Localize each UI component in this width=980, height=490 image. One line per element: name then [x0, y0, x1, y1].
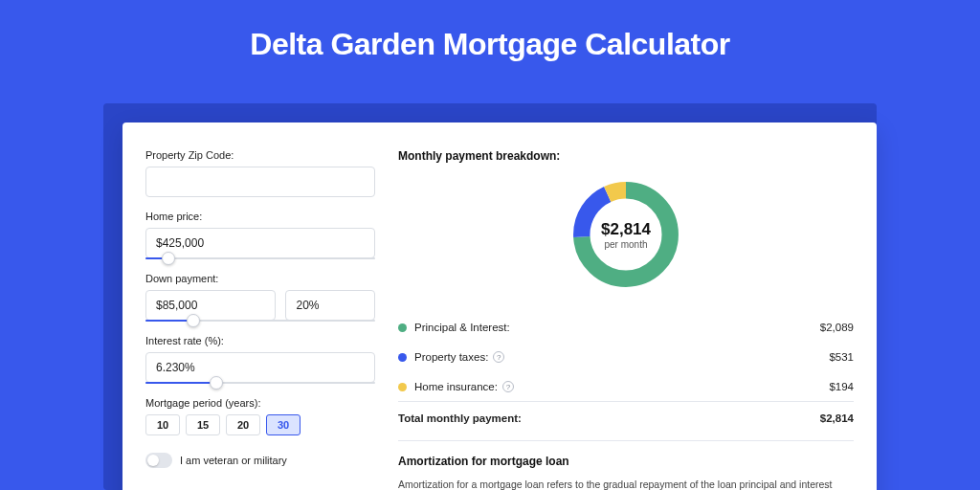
- down-payment-field: Down payment:: [145, 273, 375, 322]
- home-price-slider-thumb[interactable]: [162, 252, 175, 265]
- period-field: Mortgage period (years): 10152030: [145, 397, 375, 435]
- legend-total-label: Total monthly payment:: [398, 412, 820, 424]
- veteran-toggle[interactable]: [145, 453, 172, 468]
- legend-label: Principal & Interest:: [414, 322, 820, 333]
- period-button-10[interactable]: 10: [145, 414, 180, 435]
- down-payment-label: Down payment:: [145, 273, 375, 284]
- amortization-text: Amortization for a mortgage loan refers …: [398, 478, 854, 490]
- amortization-title: Amortization for mortgage loan: [398, 455, 854, 468]
- legend-dot: [398, 383, 407, 391]
- breakdown-title: Monthly payment breakdown:: [398, 149, 854, 163]
- period-button-20[interactable]: 20: [226, 414, 260, 435]
- section-divider: [398, 440, 854, 441]
- legend-row: Property taxes:?$531: [398, 342, 854, 371]
- breakdown-column: Monthly payment breakdown: $2,814 per mo…: [398, 149, 854, 490]
- legend-label: Property taxes:?: [414, 351, 829, 363]
- donut-chart-wrap: $2,814 per month: [398, 176, 854, 293]
- interest-slider-thumb[interactable]: [210, 376, 223, 390]
- donut-sub: per month: [604, 239, 647, 250]
- zip-label: Property Zip Code:: [145, 149, 375, 161]
- interest-input[interactable]: [145, 352, 375, 383]
- down-payment-pct-input[interactable]: [285, 290, 375, 321]
- page-title: Delta Garden Mortgage Calculator: [0, 0, 980, 81]
- veteran-row: I am veteran or military: [145, 453, 375, 468]
- legend-total-row: Total monthly payment:$2,814: [398, 401, 854, 433]
- interest-slider[interactable]: [145, 382, 375, 384]
- home-price-slider[interactable]: [145, 257, 375, 259]
- legend-row: Principal & Interest:$2,089: [398, 312, 854, 342]
- home-price-input[interactable]: [145, 228, 375, 258]
- legend: Principal & Interest:$2,089Property taxe…: [398, 312, 854, 433]
- zip-input[interactable]: [145, 167, 375, 197]
- zip-field: Property Zip Code:: [145, 149, 375, 197]
- donut-total: $2,814: [601, 220, 651, 239]
- veteran-label: I am veteran or military: [180, 455, 287, 466]
- legend-value: $2,089: [820, 322, 854, 333]
- home-price-label: Home price:: [145, 211, 375, 222]
- down-payment-slider[interactable]: [145, 320, 375, 322]
- interest-slider-fill: [145, 382, 216, 384]
- period-button-30[interactable]: 30: [266, 414, 301, 435]
- legend-value: $531: [829, 351, 854, 363]
- down-payment-slider-thumb[interactable]: [187, 314, 200, 327]
- donut-chart: $2,814 per month: [568, 176, 684, 293]
- legend-label: Home insurance:?: [414, 381, 829, 392]
- interest-label: Interest rate (%):: [145, 335, 375, 346]
- calculator-card: Property Zip Code: Home price: Down paym…: [122, 122, 877, 490]
- donut-center: $2,814 per month: [568, 176, 684, 293]
- info-icon[interactable]: ?: [493, 351, 504, 363]
- home-price-field: Home price:: [145, 211, 375, 259]
- interest-field: Interest rate (%):: [145, 335, 375, 384]
- period-button-row: 10152030: [145, 414, 375, 435]
- period-label: Mortgage period (years):: [145, 397, 375, 409]
- info-icon[interactable]: ?: [502, 381, 514, 392]
- legend-total-value: $2,814: [820, 412, 854, 424]
- down-payment-input[interactable]: [145, 290, 276, 321]
- legend-row: Home insurance:?$194: [398, 371, 854, 401]
- legend-value: $194: [829, 381, 854, 392]
- inputs-column: Property Zip Code: Home price: Down paym…: [145, 149, 375, 490]
- period-button-15[interactable]: 15: [186, 414, 220, 435]
- legend-dot: [398, 353, 407, 362]
- legend-dot: [398, 323, 407, 332]
